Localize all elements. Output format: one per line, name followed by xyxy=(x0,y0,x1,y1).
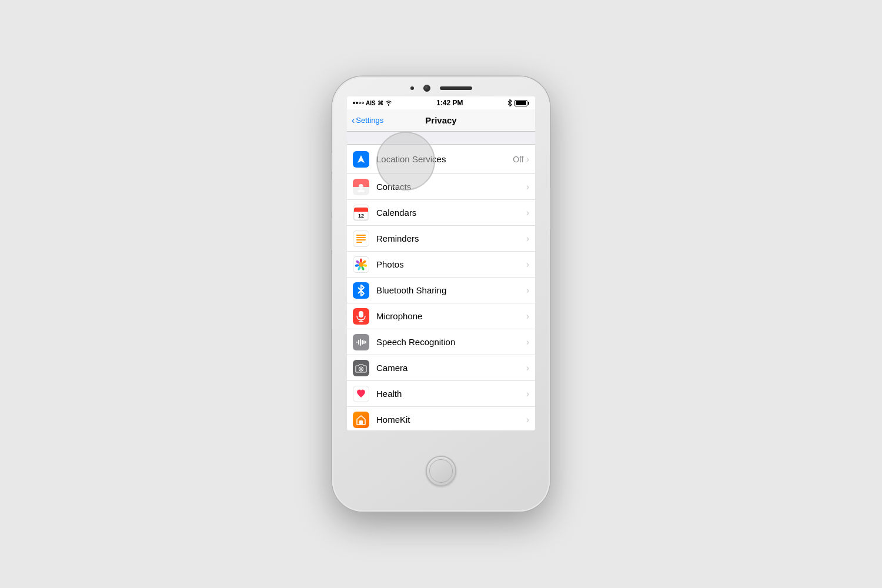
contacts-label: Contacts xyxy=(376,182,526,192)
health-chevron-icon: › xyxy=(526,389,529,399)
sensor-dot xyxy=(410,86,414,90)
wifi-icon-svg xyxy=(385,100,392,106)
battery-body xyxy=(514,100,527,106)
photos-chevron-icon: › xyxy=(526,259,529,270)
camera-row[interactable]: Camera › xyxy=(347,355,535,381)
microphone-chevron-icon: › xyxy=(526,311,529,322)
camera-label: Camera xyxy=(376,363,526,373)
svg-point-28 xyxy=(360,368,362,370)
battery-indicator xyxy=(514,100,529,106)
speech-chevron-icon: › xyxy=(526,337,529,348)
homekit-label: HomeKit xyxy=(376,415,526,425)
signal-dot-3 xyxy=(359,102,361,104)
signal-dot-2 xyxy=(356,102,358,104)
phone-screen: AIS ⌘︎ 1:42 PM xyxy=(347,96,535,430)
reminders-label: Reminders xyxy=(376,233,526,243)
camera-chevron-icon: › xyxy=(526,363,529,373)
page-title: Privacy xyxy=(425,115,456,125)
camera-icon xyxy=(353,360,369,376)
speech-row[interactable]: Speech Recognition › xyxy=(347,329,535,355)
volume-down-button[interactable] xyxy=(330,218,332,250)
status-bar: AIS ⌘︎ 1:42 PM xyxy=(347,96,535,109)
svg-point-11 xyxy=(360,258,362,262)
battery-tip xyxy=(528,102,529,105)
back-label: Settings xyxy=(356,116,383,125)
calendars-label: Calendars xyxy=(376,208,526,218)
location-icon xyxy=(353,151,369,168)
power-button[interactable] xyxy=(550,188,552,229)
wifi-icon: ⌘︎ xyxy=(377,100,383,106)
microphone-label: Microphone xyxy=(376,311,526,321)
phone-top xyxy=(332,76,550,96)
svg-rect-4 xyxy=(354,210,368,212)
location-chevron-icon: › xyxy=(526,154,529,165)
bluetooth-icon xyxy=(507,99,512,106)
settings-list: Contacts › 12 Calendars › xyxy=(347,174,535,430)
health-row[interactable]: Health › xyxy=(347,381,535,407)
signal-indicator xyxy=(353,102,364,104)
nav-bar: ‹ Settings Privacy xyxy=(347,109,535,132)
health-label: Health xyxy=(376,389,526,399)
svg-point-16 xyxy=(355,263,359,266)
speech-label: Speech Recognition xyxy=(376,337,526,347)
reminders-chevron-icon: › xyxy=(526,233,529,244)
battery-fill xyxy=(516,101,526,105)
time-display: 1:42 PM xyxy=(436,99,463,107)
home-button-area xyxy=(426,430,456,512)
microphone-icon xyxy=(353,308,369,325)
status-left: AIS ⌘︎ xyxy=(353,100,392,106)
speech-icon xyxy=(353,334,369,350)
signal-dot-1 xyxy=(353,102,355,104)
phone-frame: AIS ⌘︎ 1:42 PM xyxy=(332,76,550,512)
svg-point-1 xyxy=(358,189,365,192)
reminders-row[interactable]: Reminders › xyxy=(347,226,535,252)
bluetooth-row[interactable]: Bluetooth Sharing › xyxy=(347,278,535,303)
camera-area xyxy=(410,85,472,92)
svg-point-13 xyxy=(363,263,368,266)
photos-icon xyxy=(353,256,369,273)
home-button-inner xyxy=(429,459,453,483)
homekit-row[interactable]: HomeKit › xyxy=(347,407,535,430)
front-camera xyxy=(423,85,430,92)
location-value: Off xyxy=(513,155,523,164)
carrier-label: AIS xyxy=(366,100,376,106)
bluetooth-chevron-icon: › xyxy=(526,285,529,296)
svg-point-0 xyxy=(359,184,363,189)
status-right xyxy=(507,99,529,106)
volume-up-button[interactable] xyxy=(330,179,332,212)
homekit-chevron-icon: › xyxy=(526,415,529,425)
location-services-row[interactable]: Location Services Off › xyxy=(347,145,535,174)
photos-row[interactable]: Photos › xyxy=(347,252,535,278)
calendars-icon: 12 xyxy=(353,205,369,221)
contacts-chevron-icon: › xyxy=(526,182,529,192)
contacts-row[interactable]: Contacts › xyxy=(347,174,535,200)
calendars-row[interactable]: 12 Calendars › xyxy=(347,200,535,226)
svg-rect-18 xyxy=(359,311,363,318)
contacts-icon xyxy=(353,179,369,195)
section-header xyxy=(347,132,535,145)
svg-rect-29 xyxy=(359,420,363,425)
back-chevron-icon: ‹ xyxy=(352,115,355,126)
microphone-row[interactable]: Microphone › xyxy=(347,303,535,329)
homekit-icon xyxy=(353,412,369,428)
photos-label: Photos xyxy=(376,259,526,269)
location-label: Location Services xyxy=(376,154,513,164)
health-icon xyxy=(353,386,369,402)
earpiece-speaker xyxy=(440,86,472,90)
home-button[interactable] xyxy=(426,456,456,486)
reminders-icon xyxy=(353,230,369,247)
bluetooth-sharing-icon xyxy=(353,282,369,299)
back-button[interactable]: ‹ Settings xyxy=(347,115,383,126)
signal-dot-4 xyxy=(362,102,364,104)
bluetooth-label: Bluetooth Sharing xyxy=(376,285,526,295)
calendars-chevron-icon: › xyxy=(526,208,529,218)
svg-text:12: 12 xyxy=(358,213,364,219)
